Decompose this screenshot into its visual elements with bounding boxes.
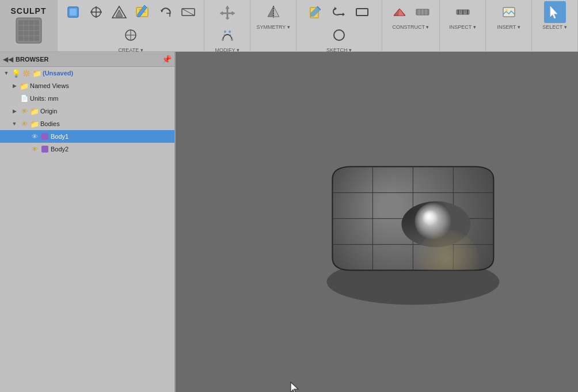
browser-pin-icon[interactable]: 📌 [162,55,172,64]
undo-icon[interactable] [154,1,176,23]
main-area: ◀◀ BROWSER 📌 💡 🔆 📁 (Unsaved) 📁 Named Vie… [0,52,578,392]
app-title: SCULPT [11,6,47,16]
sidebar: ◀◀ BROWSER 📌 💡 🔆 📁 (Unsaved) 📁 Named Vie… [0,52,176,392]
modify-move-icon[interactable] [216,1,238,23]
svg-marker-48 [550,6,557,18]
tree-item-body1[interactable]: 👁 Body1 [0,130,174,143]
inspect-dropdown[interactable]: INSPECT ▾ [449,24,476,30]
circle-icon[interactable] [120,24,142,46]
select-cursor-icon[interactable] [544,1,566,23]
tree-arrow-named-views[interactable] [10,82,18,90]
inspect-label: INSPECT [449,24,471,30]
svg-marker-33 [343,13,345,16]
create-icons [60,1,201,46]
construct-section: CONSTRUCT ▾ [382,0,440,51]
svg-point-26 [224,31,226,33]
insert-dropdown[interactable]: INSERT ▾ [497,24,520,30]
sculpt-logo-section: SCULPT [0,0,58,51]
sculpt-logo-image [14,16,44,45]
tree-arrow-units [10,94,18,102]
tree-label-bodies: Bodies [40,120,172,127]
light-icon-unsaved: 🔆 [22,68,31,78]
svg-point-11 [95,6,97,9]
insert-label: INSERT [497,24,516,30]
svg-marker-29 [273,6,279,17]
folder-icon-unsaved: 📁 [32,68,41,78]
browser-title: BROWSER [16,56,159,63]
tree-arrow-unsaved[interactable] [2,69,10,77]
tree-item-origin[interactable]: 👁 📁 Origin [0,105,174,117]
create-section: CREATE ▾ [58,0,204,51]
modify-smooth-icon[interactable] [216,24,238,46]
tree-label-body1: Body1 [51,133,172,140]
svg-marker-32 [334,7,337,10]
svg-rect-34 [356,9,368,16]
sketch-section: SKETCH ▾ [296,0,382,51]
select-label: SELECT [542,24,562,30]
tree-label-units: Units: mm [30,95,172,102]
triangle-create-icon[interactable] [108,1,130,23]
sketch-edit-icon[interactable] [305,1,327,23]
symmetry-section: SYMMETRY ▾ [250,0,296,51]
modify-section: MODIFY ▾ [204,0,250,51]
inspect-measure-icon[interactable] [452,1,474,23]
sketch-stamp-icon[interactable] [131,1,153,23]
symmetry-icon[interactable] [263,1,284,23]
tree-label-named-views: Named Views [30,82,172,89]
tree-arrow-body2 [21,145,29,153]
insert-section: INSERT ▾ [486,0,532,51]
tree-arrow-bodies[interactable] [10,120,18,128]
tree-label-unsaved: (Unsaved) [43,70,172,77]
tree-arrow-body1 [21,132,29,140]
svg-point-47 [505,9,508,12]
eye-icon-body2: 👁 [30,144,39,154]
svg-marker-18 [161,10,163,12]
body1-shape-icon [40,132,50,141]
browser-collapse-icon[interactable]: ◀◀ [3,55,13,63]
eye-icon-unsaved: 💡 [12,68,21,78]
box-create-icon[interactable] [62,1,84,23]
select-section: SELECT ▾ [532,0,578,51]
folder-icon-origin: 📁 [30,106,39,116]
tree-item-body2[interactable]: 👁 Body2 [0,143,174,155]
construct-plane-icon[interactable] [389,1,410,23]
eye-icon-bodies: 👁 [20,119,29,128]
svg-rect-50 [41,146,48,153]
construct-dropdown[interactable]: CONSTRUCT ▾ [393,24,429,30]
tree-item-named-views[interactable]: 📁 Named Views [0,79,174,92]
svg-point-13 [90,11,93,13]
folder-icon-bodies: 📁 [30,119,39,128]
svg-marker-28 [268,6,273,17]
browser-header: ◀◀ BROWSER 📌 [0,52,174,67]
tree-arrow-origin[interactable] [10,107,18,115]
tree-label-origin: Origin [40,108,172,115]
construct-label: CONSTRUCT [393,24,425,30]
transform-icon[interactable] [85,1,107,23]
tree-item-bodies[interactable]: 👁 📁 Bodies [0,117,174,130]
viewport-canvas [176,52,578,392]
svg-rect-49 [41,133,48,140]
insert-image-icon[interactable] [498,1,520,23]
eye-icon-body1: 👁 [30,132,39,141]
construct-axis-icon[interactable] [412,1,434,23]
svg-line-20 [182,9,195,16]
svg-point-27 [229,31,231,33]
svg-point-14 [100,11,102,13]
tree-label-body2: Body2 [51,146,172,153]
eye-icon-origin: 👁 [20,106,29,116]
tree-item-unsaved[interactable]: 💡 🔆 📁 (Unsaved) [0,67,174,79]
sketch-circle-icon[interactable] [328,24,350,46]
symmetry-dropdown[interactable]: SYMMETRY ▾ [257,24,290,30]
rect-icon[interactable] [177,1,199,23]
body2-shape-icon [40,144,50,154]
viewport[interactable] [176,52,578,392]
svg-point-12 [95,16,97,18]
sketch-undo-icon[interactable] [328,1,350,23]
sketch-rect-icon[interactable] [351,1,373,23]
toolbar: SCULPT [0,0,578,52]
folder-icon-named-views: 📁 [20,81,29,90]
tree-item-units[interactable]: 📄 Units: mm [0,92,174,105]
select-dropdown[interactable]: SELECT ▾ [542,24,566,30]
doc-icon-units: 📄 [20,94,29,103]
svg-point-35 [334,30,344,40]
